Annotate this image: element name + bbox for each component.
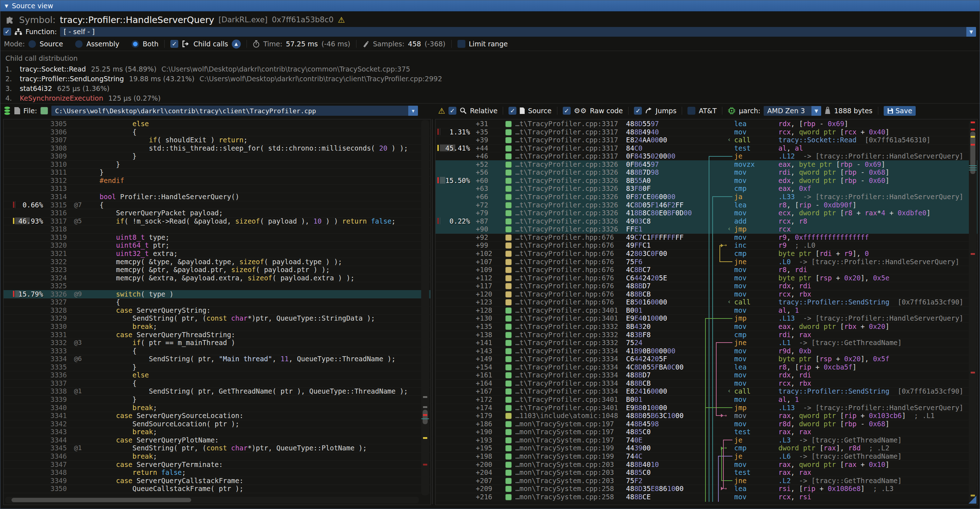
source-line[interactable]: 3328 case ServerQueryString:	[3, 306, 431, 315]
asm-row[interactable]: +135…t\TracyProfiler.cpp:33328B4320movea…	[436, 323, 977, 331]
asm-row[interactable]: +161…t\TracyProfiler.cpp:3334488BD7movrd…	[436, 371, 977, 380]
file-combo-arrow-icon[interactable]: ▼	[408, 106, 418, 116]
source-checkbox[interactable]: ✓	[509, 107, 516, 115]
asm-row[interactable]: +117…t\TracyProfiler.hpp:676488BD7movrdx…	[436, 282, 977, 290]
asm-row[interactable]: +92…t\TracyProfiler.hpp:67649C7C1FFFFFFF…	[436, 233, 977, 242]
source-line[interactable]: 3330 break;	[3, 323, 431, 331]
asm-row[interactable]: +63…t\TracyProfiler.cpp:332683F80Fcmpeax…	[436, 185, 977, 193]
radio-assembly[interactable]	[75, 40, 83, 48]
source-line[interactable]: 3336 else	[3, 371, 431, 380]
asm-row[interactable]: +128…t\TracyProfiler.cpp:3401B001moval, …	[436, 306, 977, 315]
save-button[interactable]: Save	[884, 106, 916, 116]
source-line[interactable]: 3337 {	[3, 379, 431, 388]
child-call-row[interactable]: 3.stat64i32625 µs (1.36%)	[5, 84, 110, 93]
source-vertical-scrollbar[interactable]	[421, 120, 429, 495]
source-line[interactable]: 3319 uint8_t type;	[3, 233, 431, 242]
asm-row[interactable]: +172…t\TracyProfiler.cpp:3401B001moval, …	[436, 395, 977, 404]
radio-both[interactable]	[132, 40, 139, 48]
asm-row[interactable]: +107…t\TracyProfiler.hpp:67675F6jne.L0 -…	[436, 258, 977, 266]
title-bar[interactable]: ▼ Source view	[0, 0, 980, 11]
raw-code-checkbox[interactable]: ✓	[563, 107, 571, 115]
source-line[interactable]: 3321 uint32_t extra;	[3, 250, 431, 258]
asm-row[interactable]: +209…mon\TracySystem.cpp:258488D35E88610…	[436, 485, 977, 493]
source-line[interactable]: 0.66%3315@7{	[3, 201, 431, 210]
assembly-vertical-scrollbar[interactable]	[969, 120, 977, 504]
source-line[interactable]: 3313	[3, 185, 431, 193]
source-horizontal-scrollbar[interactable]	[5, 497, 419, 503]
uarch-combo[interactable]: AMD Zen 3 ▼	[764, 106, 821, 116]
resize-grip[interactable]	[969, 496, 977, 504]
asm-row[interactable]: +198…mon\TracySystem.cpp:199744Cje.L6 ->…	[436, 452, 977, 461]
source-line[interactable]: 3327 {	[3, 298, 431, 307]
source-line[interactable]: 3338@1 SendString( ptr, GetThreadName( p…	[3, 387, 431, 396]
asm-row[interactable]: +154…t\TracyProfiler.cpp:33344C8D055FBA0…	[436, 363, 977, 372]
source-line[interactable]: 3332@3 if( ptr == m_mainThread )	[3, 339, 431, 347]
asm-row[interactable]: +31…t\TracyProfiler.cpp:3317488D5597lear…	[436, 120, 977, 128]
asm-row[interactable]: 1.31%+35…t\TracyProfiler.cpp:3317488B494…	[436, 128, 977, 137]
source-line[interactable]: 15.79%3326@9 switch( type )	[3, 290, 431, 299]
source-line[interactable]: 3314bool Profiler::HandleServerQuery()	[3, 192, 431, 201]
radio-source[interactable]	[29, 40, 36, 48]
source-line[interactable]: 3346 break;	[3, 452, 431, 461]
source-line[interactable]: 3344 case ServerQueryPlotName:	[3, 436, 431, 445]
asm-row[interactable]: +90…t\TracyProfiler.cpp:3326FFE1‹jmprcx	[436, 225, 977, 234]
asm-row[interactable]: 0.22%+87…t\TracyProfiler.cpp:33264903C8a…	[436, 217, 977, 226]
function-checkbox[interactable]: ✓	[3, 28, 11, 36]
asm-row[interactable]: +207…mon\TracySystem.cpp:20375F2jne.L2 -…	[436, 477, 977, 485]
asm-row[interactable]: +72…t\TracyProfiler.cpp:33264C8D05F146F2…	[436, 201, 977, 210]
asm-row[interactable]: +66…t\TracyProfiler.cpp:33260F87CE060000…	[436, 192, 977, 201]
source-line[interactable]: 3341 case ServerQuerySourceLocation:	[3, 412, 431, 420]
relative-checkbox[interactable]: ✓	[449, 107, 457, 115]
asm-row[interactable]: +99…t\TracyProfiler.hpp:67649FFC1→incr9 …	[436, 241, 977, 250]
source-line[interactable]: 3350 QueueCallstackFrame( ptr );	[3, 485, 431, 493]
source-line[interactable]: 3347 case ServerQueryTerminate:	[3, 460, 431, 469]
source-line[interactable]: 3318	[3, 225, 431, 234]
asm-row[interactable]: +167…t\TracyProfiler.cpp:3334E824160000‹…	[436, 387, 977, 396]
asm-row[interactable]: +123…t\TracyProfiler.hpp:676E850160000‹c…	[436, 298, 977, 307]
source-line[interactable]: 3323 memcpy( &ptr, &payload.ptr, sizeof(…	[3, 266, 431, 274]
asm-row[interactable]: +102…t\TracyProfiler.hpp:67642803C0F00cm…	[436, 250, 977, 258]
file-combo[interactable]: C:\Users\wolf\Desktop\darkrl\contrib\tra…	[51, 106, 418, 116]
asm-row[interactable]: +195…mon\TracySystem.cpp:199443900→cmpdw…	[436, 444, 977, 453]
asm-row[interactable]: +52…t\TracyProfiler.cpp:33260FB64597movz…	[436, 160, 977, 169]
collapse-child-calls-button[interactable]: ▲	[232, 40, 241, 49]
source-line[interactable]: 3308 std::this_thread::sleep_for( std::c…	[3, 144, 431, 153]
source-line[interactable]: 3348 return false;	[3, 468, 431, 477]
asm-row[interactable]: +109…t\TracyProfiler.hpp:6764C8BC7movr8,…	[436, 266, 977, 274]
source-line[interactable]: 3342 SendSourceLocation( ptr );	[3, 420, 431, 428]
source-line[interactable]: 3349 case ServerQueryCallstackFrame:	[3, 477, 431, 485]
asm-row[interactable]: 15.50%+60…t\TracyProfiler.cpp:33268B55A0…	[436, 177, 977, 185]
child-call-row[interactable]: 4.KeSynchronizeExecution125 µs (0.27%)	[5, 94, 161, 103]
asm-row[interactable]: +186…mon\TracySystem.cpp:197448B4598movr…	[436, 420, 977, 428]
source-line[interactable]: 3309 }	[3, 152, 431, 161]
child-call-row[interactable]: 2.tracy::Profiler::SendLongString19.88 m…	[5, 74, 442, 83]
asm-row[interactable]: +46…t\TracyProfiler.cpp:33170F8435020000…	[436, 152, 977, 161]
asm-row[interactable]: +193…mon\TracySystem.cpp:197740Eje.L3 ->…	[436, 436, 977, 445]
asm-row[interactable]: +216…mon\TracySystem.cpp:258488BCEmovrcx…	[436, 493, 977, 501]
asm-row[interactable]: 45.41%+44…t\TracyProfiler.cpp:331784C0te…	[436, 144, 977, 153]
source-line[interactable]: 3324 memcpy( &extra, &payload.extra, siz…	[3, 274, 431, 283]
source-line[interactable]: 3316 ServerQueryPacket payload;	[3, 209, 431, 218]
source-line[interactable]: 3325	[3, 282, 431, 290]
source-line[interactable]: 3345@1 SendString( ptr, (const char*)ptr…	[3, 444, 431, 453]
asm-row[interactable]: +141…t\TracyProfiler.cpp:33327524jne.L1 …	[436, 339, 977, 347]
asm-row[interactable]: +39…t\TracyProfiler.cpp:3317E824AA0000‹c…	[436, 136, 977, 145]
source-line[interactable]: 3307 if( shouldExit ) return;	[3, 136, 431, 145]
source-line[interactable]: 3310 }	[3, 160, 431, 169]
source-line[interactable]: 3331 case ServerQueryThreadString:	[3, 331, 431, 339]
function-combo-arrow-icon[interactable]: ▼	[966, 27, 976, 37]
asm-row[interactable]: +56…t\TracyProfiler.cpp:3326488B7D98movr…	[436, 168, 977, 177]
function-combo[interactable]: [ - self - ] ▼	[60, 27, 976, 37]
att-checkbox[interactable]: ✓	[687, 107, 695, 115]
source-line[interactable]: 3334@6 SendString( ptr, "Main thread", 1…	[3, 355, 431, 363]
source-line[interactable]: 3312#endif	[3, 177, 431, 185]
child-call-row[interactable]: 1.tracy::Socket::Read25.25 ms (54.89%)C:…	[5, 64, 410, 74]
asm-row[interactable]: +138…t\TracyProfiler.cpp:3332483BF8cmprd…	[436, 331, 977, 339]
pane-divider[interactable]	[432, 119, 433, 504]
source-line[interactable]: 3311}	[3, 168, 431, 177]
source-line[interactable]: 3340 break;	[3, 404, 431, 412]
source-line[interactable]: 46.93%3317@5 if( !m_sock->Read( &payload…	[3, 217, 431, 226]
source-line[interactable]: 3320 uint64_t ptr;	[3, 241, 431, 250]
uarch-combo-arrow-icon[interactable]: ▼	[811, 106, 821, 116]
source-line[interactable]: 3335 }	[3, 363, 431, 372]
